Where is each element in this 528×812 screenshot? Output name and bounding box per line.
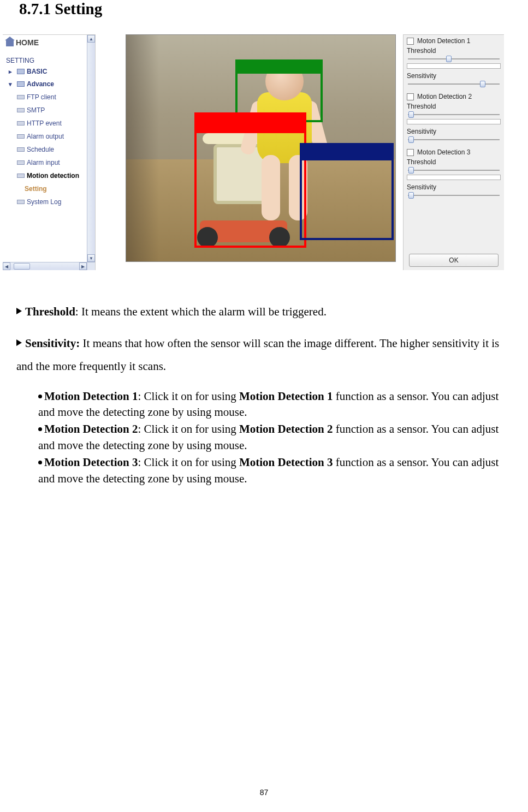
nav-ftp[interactable]: FTP client — [3, 91, 87, 104]
md3-sensitivity-label: Sensitivity — [407, 183, 501, 191]
nav-advance[interactable]: ▾ Advance — [3, 78, 87, 91]
item-icon — [17, 160, 25, 165]
md-group-3: Moton Detection 3 Threshold Sensitivity — [407, 148, 501, 199]
body-text: Threshold: It means the extent which the… — [16, 303, 512, 487]
scroll-right-icon[interactable]: ▶ — [79, 262, 87, 270]
md3-title: Moton Detection 3 — [417, 148, 470, 156]
md-group-2: Motion Detection 2 Threshold Sensitivity — [407, 93, 501, 143]
item-icon — [17, 108, 25, 112]
md1-item: Motion Detection 1: Click it on for usin… — [38, 389, 512, 421]
sensitivity-term: Sensitivity: — [25, 337, 80, 350]
md3-threshold-label: Threshold — [407, 158, 501, 166]
nav-section-setting: SETTING — [3, 54, 87, 65]
motion-zone-2[interactable] — [194, 112, 306, 248]
threshold-paragraph: Threshold: It means the extent which the… — [16, 303, 512, 321]
item-icon — [17, 200, 25, 204]
nav-http[interactable]: HTTP event — [3, 117, 87, 130]
folder-icon — [17, 81, 25, 87]
nav-syslog[interactable]: System Log — [3, 195, 87, 208]
scroll-thumb[interactable] — [14, 263, 30, 270]
md1-checkbox[interactable] — [407, 38, 414, 45]
item-icon — [17, 147, 25, 152]
bullet-triangle-icon — [16, 308, 22, 314]
md3-sensitivity-slider[interactable] — [407, 192, 501, 199]
nav-motion[interactable]: Motion detection — [3, 169, 87, 182]
item-icon — [17, 121, 25, 126]
nav-basic[interactable]: ▸ BASIC — [3, 65, 87, 78]
md2-sensitivity-slider[interactable] — [407, 136, 501, 143]
md-group-1: Moton Detection 1 Threshold Sensitivity — [407, 37, 501, 87]
nav-tree: HOME SETTING ▸ BASIC ▾ Advance FTP clien… — [3, 34, 96, 270]
md1-title: Moton Detection 1 — [417, 37, 470, 45]
item-icon — [17, 95, 25, 99]
md1-sensitivity-label: Sensitivity — [407, 72, 501, 80]
sensitivity-paragraph: Sensitivity: It means that how often the… — [16, 332, 512, 378]
md2-sensitivity-label: Sensitivity — [407, 128, 501, 135]
folder-icon — [17, 69, 25, 74]
collapse-icon: ▾ — [6, 80, 15, 88]
nav-smtp[interactable]: SMTP — [3, 104, 87, 117]
page-number: 87 — [0, 788, 528, 797]
nav-motion-setting[interactable]: Setting — [3, 182, 87, 195]
bullet-dot-icon — [38, 461, 42, 464]
md1-threshold-bar — [407, 63, 501, 69]
bullet-dot-icon — [38, 395, 42, 398]
nav-alarmout[interactable]: Alarm output — [3, 130, 87, 143]
md3-checkbox[interactable] — [407, 149, 414, 156]
md2-item: Motion Detection 2: Click it on for usin… — [38, 421, 512, 453]
md2-threshold-slider[interactable] — [407, 111, 501, 118]
camera-preview[interactable] — [126, 34, 396, 262]
nav-alarmin[interactable]: Alarm input — [3, 156, 87, 169]
vertical-scrollbar[interactable]: ▲ ▼ — [87, 35, 95, 262]
ok-button[interactable]: OK — [409, 254, 499, 267]
nav-basic-label: BASIC — [27, 68, 47, 75]
scroll-up-icon[interactable]: ▲ — [87, 35, 95, 43]
nav-home[interactable]: HOME — [3, 35, 87, 50]
md3-threshold-slider[interactable] — [407, 167, 501, 174]
nav-advance-label: Advance — [27, 80, 54, 88]
scroll-down-icon[interactable]: ▼ — [87, 254, 95, 262]
motion-zone-3[interactable] — [300, 143, 394, 240]
threshold-term: Threshold — [25, 305, 75, 318]
md2-threshold-label: Threshold — [407, 103, 501, 110]
md3-threshold-bar — [407, 175, 501, 180]
scroll-left-icon[interactable]: ◀ — [3, 262, 10, 270]
md1-threshold-label: Threshold — [407, 47, 501, 55]
threshold-desc: : It means the extent which the alarm wi… — [75, 305, 327, 318]
item-icon — [17, 134, 25, 139]
home-icon — [6, 40, 14, 46]
md1-threshold-slider[interactable] — [407, 56, 501, 62]
expand-icon: ▸ — [6, 68, 15, 75]
sensitivity-desc: It means that how often the sensor will … — [16, 337, 499, 373]
md3-item: Motion Detection 3: Click it on for usin… — [38, 455, 512, 487]
screenshot-region: HOME SETTING ▸ BASIC ▾ Advance FTP clien… — [3, 34, 504, 270]
nav-schedule[interactable]: Schedule — [3, 143, 87, 156]
nav-home-label: HOME — [16, 38, 39, 47]
horizontal-scrollbar[interactable]: ◀ ▶ — [3, 262, 87, 270]
bullet-triangle-icon — [16, 339, 22, 346]
md2-checkbox[interactable] — [407, 93, 414, 100]
md2-threshold-bar — [407, 119, 501, 124]
md2-title: Motion Detection 2 — [417, 93, 472, 100]
bullet-dot-icon — [38, 427, 42, 431]
motion-settings-panel: Moton Detection 1 Threshold Sensitivity … — [403, 34, 504, 270]
motion-detection-list: Motion Detection 1: Click it on for usin… — [38, 389, 512, 487]
scroll-corner — [87, 262, 95, 270]
item-icon — [17, 174, 25, 178]
section-heading: 8.7.1 Setting — [19, 0, 512, 18]
md1-sensitivity-slider[interactable] — [407, 81, 501, 87]
